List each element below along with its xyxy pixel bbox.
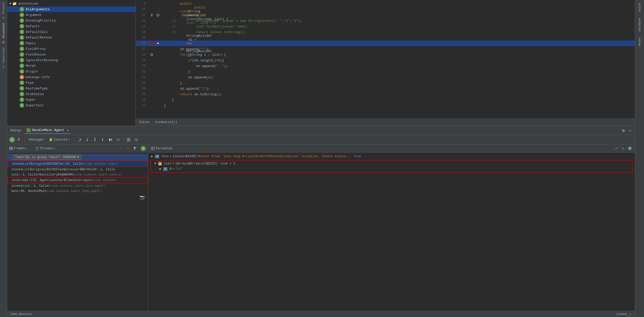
up-arrow-btn[interactable]: ↑ xyxy=(119,146,124,151)
frame-item-0[interactable]: invokeList$original$SCO507wz:16, Caller … xyxy=(7,161,148,167)
line-content-19: if(sb.length()>1){ xyxy=(155,59,635,62)
frame-label-4: invokeList:-1, Caller xyxy=(11,184,50,188)
evaluate-expression-btn[interactable]: f(x) xyxy=(114,136,122,143)
line-content-20: sb.append(", "); xyxy=(155,64,635,68)
database-tool[interactable]: Database xyxy=(637,15,642,34)
sidebar-item-defaultcall[interactable]: I DefaultCall xyxy=(7,29,136,35)
add-frame-btn[interactable]: + xyxy=(141,146,146,151)
sidebar-item-supercall[interactable]: I SuperCall xyxy=(7,102,136,108)
collapse-all-btn[interactable]: ⤡ xyxy=(620,146,626,151)
sidebar-item-argument[interactable]: I Argument — xyxy=(7,12,136,18)
svg-marker-7 xyxy=(94,140,96,141)
sidebar-item-defaultmethod[interactable]: I DefaultMethod xyxy=(7,35,136,40)
var-arrow-this[interactable]: ▶ xyxy=(151,154,153,158)
sidebar-item-runtimetype[interactable]: I RuntimeType xyxy=(7,86,136,91)
sidebar-item-default[interactable]: I Default xyxy=(7,23,136,29)
frame-item-2[interactable]: call:-1, Caller$auxiliary$dqWWX0Kc (com.… xyxy=(7,172,148,177)
debugger-label[interactable]: Debugger xyxy=(26,138,47,142)
sidebar-item-morph[interactable]: I Morph xyxy=(7,63,136,69)
var-item-list[interactable]: ▼ P list = {Arrays$ArrayList@2251} size … xyxy=(151,161,632,166)
line-content-21: } xyxy=(155,70,635,74)
sidebar-item-pipe[interactable]: I Pipe xyxy=(7,80,136,86)
status-text: CSDN @Saleson xyxy=(10,313,32,316)
stop-button[interactable]: ■ xyxy=(21,138,23,142)
var-arrow-list[interactable]: ▼ xyxy=(154,162,156,165)
sidebar-label-fieldproxy: FieldProxy xyxy=(26,47,46,51)
sidebar-item-fieldproxy[interactable]: I FieldProxy xyxy=(7,46,136,52)
run-to-cursor-btn[interactable] xyxy=(107,136,114,143)
step-out-btn[interactable] xyxy=(99,136,106,143)
sidebar-label-defaultmethod: DefaultMethod xyxy=(26,36,52,40)
sidebar-item-package-info[interactable]: p package-info xyxy=(7,74,136,80)
sidebar-label-allarguments: AllArguments xyxy=(26,7,50,11)
var-view-link-this[interactable]: View xyxy=(354,155,361,158)
threads-btn[interactable]: Threads ▸ xyxy=(35,147,56,150)
sidebar-item-bindingpriority[interactable]: I BindingPriority xyxy=(7,18,136,23)
frames-btn[interactable]: Frames ▸ xyxy=(9,147,28,150)
breadcrumb-method[interactable]: invokeList() xyxy=(155,120,177,124)
annotation-folder[interactable]: ▼ 📁 annotation xyxy=(7,1,136,6)
frame-item-1[interactable]: invokeList$original$SCO507wz$accessor$Bb… xyxy=(7,167,148,172)
svg-rect-14 xyxy=(127,138,128,139)
debug-tab-handlemain[interactable]: 🐛 HandleMain Agent ✕ xyxy=(24,127,71,134)
camera-icon[interactable]: 📷 xyxy=(140,195,145,200)
class-icon-supercall: I xyxy=(20,103,24,108)
console-icon: ▶ xyxy=(49,138,53,142)
frame-item-3[interactable]: intercept:179, AgentLauncher$TimeInterce… xyxy=(7,177,148,183)
thread-main[interactable]: ✓ "main"@1 in group "main": RUNNING ▼ xyxy=(7,154,148,161)
project-tab[interactable]: 1: Project xyxy=(1,0,6,21)
sidebar-item-stubvalue[interactable]: I StubValue xyxy=(7,91,136,97)
down-arrow-btn[interactable]: ↓ xyxy=(125,146,131,151)
sidebar-item-origin[interactable]: I Origin xyxy=(7,69,136,74)
diamond-icon-11 xyxy=(156,14,159,17)
minimize-icon[interactable]: — xyxy=(629,128,632,133)
folder-arrow: ▼ xyxy=(9,2,11,6)
frames-label: Frames xyxy=(14,147,25,150)
settings-icon[interactable]: ⚙ xyxy=(622,128,625,133)
expand-all-btn[interactable]: ⤢ xyxy=(614,146,619,151)
frame-item-4[interactable]: invokeList:-1, Caller (com.saleson.learn… xyxy=(7,183,148,189)
panel-controls: ↑ ↓ xyxy=(119,146,138,151)
settings-btn[interactable] xyxy=(133,136,140,143)
structure-tab[interactable]: Z: Structure xyxy=(1,21,6,45)
var-arrow-list-0[interactable]: ▶ xyxy=(159,167,161,171)
sidebar-label-default: Default xyxy=(26,24,40,28)
sidebar-item-fieldvalue[interactable]: I FieldValue xyxy=(7,52,136,57)
var-item-this[interactable]: ▶ ≡ this = {Caller@1849} Method threw 'j… xyxy=(148,154,635,159)
line-num-13: 13 xyxy=(136,25,149,28)
breadcrumb-class[interactable]: Caller xyxy=(139,120,150,124)
maven-tool[interactable]: Maven xyxy=(637,34,642,49)
var-eq-list-0: = xyxy=(172,167,174,171)
filter-btn[interactable] xyxy=(132,146,138,151)
gutter-16[interactable] xyxy=(149,42,155,45)
favorites-tab[interactable]: 2: Favorites xyxy=(1,45,6,70)
var-item-list-0[interactable]: ▶ ≡ 0 = "b2" xyxy=(151,166,632,172)
debug-tab-close[interactable]: ✕ xyxy=(67,128,69,132)
sidebar-label-fieldvalue: FieldValue xyxy=(26,53,46,57)
var-list: ▶ ≡ this = {Caller@1849} Method threw 'j… xyxy=(148,153,635,311)
thread-dropdown[interactable]: "main"@1 in group "main": RUNNING ▼ xyxy=(13,154,81,160)
frame-item-5[interactable]: main:90, HandleMain (com.saleson.learn.j… xyxy=(7,189,148,194)
class-icon-bindingpriority: I xyxy=(20,18,24,23)
sidebar-item-ignoreforbinding[interactable]: I IgnoreForBinding xyxy=(7,57,136,63)
line-num-20: 20 xyxy=(136,64,149,68)
step-over-btn[interactable] xyxy=(76,136,83,143)
force-step-into-btn[interactable] xyxy=(91,136,99,143)
breakpoint-16[interactable] xyxy=(150,42,153,45)
resume-button[interactable]: ▶ xyxy=(9,137,15,143)
sidebar-item-allarguments[interactable]: I AllArguments xyxy=(7,6,136,12)
frame-sub-0: (com.saleson.learn. xyxy=(84,162,119,166)
step-into-btn[interactable] xyxy=(84,136,91,143)
svg-rect-22 xyxy=(10,149,13,150)
sidebar-item-empty[interactable]: I Empty xyxy=(7,40,136,46)
variables-label: Variables xyxy=(156,147,173,150)
build-tool[interactable]: Build xyxy=(637,0,642,15)
console-label[interactable]: ▶ Console ▸ xyxy=(47,138,73,142)
sidebar-item-super[interactable]: I Super xyxy=(7,97,136,102)
line-num-24: 24 xyxy=(136,87,149,90)
sidebar-label-argument: Argument xyxy=(26,13,42,17)
class-icon-defaultcall: I xyxy=(20,30,24,34)
pause-button[interactable]: ⏸ xyxy=(17,138,21,142)
restore-layout-btn[interactable] xyxy=(125,136,132,143)
var-panel-controls: ⤢ ⤡ 2 xyxy=(614,146,632,151)
